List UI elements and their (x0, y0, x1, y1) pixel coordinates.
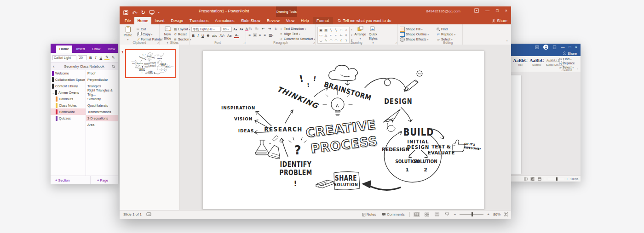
page-item[interactable]: Perpendicular (86, 76, 118, 83)
page-item[interactable]: Transformations (86, 108, 118, 115)
save-icon[interactable] (123, 10, 128, 15)
bold-button[interactable]: B (191, 34, 196, 38)
web-layout-button[interactable] (537, 177, 542, 181)
font-name-combo[interactable]: 等线 Light (He ▾ (191, 27, 221, 32)
tab-format[interactable]: Format (313, 17, 333, 24)
replace-button[interactable]: ⇄Replace▾ (437, 32, 455, 37)
page-item[interactable]: Quadrilaterals (86, 102, 118, 108)
dialog-launcher-icon[interactable]: ◿ (561, 68, 563, 71)
zoom-slider[interactable] (460, 214, 483, 215)
slide-indicator[interactable]: Slide 1 of 1 (123, 212, 142, 216)
back-button[interactable]: ‹ (53, 64, 54, 69)
slideshow-view-button[interactable] (444, 212, 450, 217)
zoom-slider-handle[interactable] (556, 177, 558, 181)
undo-button[interactable]: ↶▾ (132, 8, 138, 17)
slide-thumbnail[interactable]: THINKING ! ! ! BRAINSTORM DESIGN INSPIRA… (125, 49, 176, 78)
strikethrough-button[interactable]: abc (212, 34, 218, 37)
dialog-launcher-icon[interactable]: ◿ (395, 41, 397, 44)
justify-button[interactable]: ≡ (263, 33, 267, 37)
tab-transitions[interactable]: Transitions (186, 17, 212, 24)
font-size-combo[interactable]: 60 ▾ (222, 27, 232, 32)
avatar[interactable] (543, 45, 548, 50)
copy-button[interactable]: Copy▾ (136, 32, 163, 37)
italic-button[interactable]: I (197, 34, 200, 38)
decrease-indent-button[interactable]: ⇤ (261, 27, 265, 31)
shape-icon[interactable]: ▤ (323, 28, 328, 33)
close-button[interactable]: × (505, 8, 507, 13)
start-slideshow-icon[interactable] (149, 10, 155, 15)
zoom-slider[interactable] (548, 179, 564, 179)
section-item-collaboration-space[interactable]: Collaboration Space (51, 76, 86, 83)
reading-view-button[interactable] (434, 212, 440, 217)
shape-outline-button[interactable]: Shape Outline▾ (400, 32, 429, 37)
align-text-button[interactable]: ≡Align Text▾ (279, 31, 315, 36)
collapse-ribbon-button[interactable]: ⌃ (506, 40, 508, 44)
add-page-button[interactable]: + Page (91, 176, 108, 184)
collapse-ribbon-button[interactable]: ⌃ (576, 68, 579, 71)
dialog-launcher-icon[interactable]: ◿ (157, 41, 159, 44)
paste-button[interactable]: Paste▾ (121, 26, 135, 41)
toolbar-icon[interactable] (535, 45, 539, 49)
ribbon-display-options-icon[interactable] (474, 8, 479, 13)
dialog-launcher-icon[interactable]: ◿ (313, 41, 315, 44)
expand-chevron-icon[interactable]: ⌄ (52, 91, 54, 94)
print-layout-button[interactable] (530, 177, 535, 181)
shape-icon[interactable]: □ (339, 28, 344, 33)
zoom-in-button[interactable]: + (487, 212, 489, 216)
shape-icon[interactable]: △ (323, 33, 328, 38)
reset-button[interactable]: ↺Reset (173, 32, 191, 37)
section-item-quizzes[interactable]: Quizzes (51, 115, 86, 121)
tab-animations[interactable]: Animations (212, 17, 237, 24)
slide-sorter-view-button[interactable] (424, 212, 430, 217)
section-item-homework[interactable]: Homework (51, 108, 86, 115)
section-item-welcome[interactable]: Welcome (51, 70, 86, 76)
font-color-button[interactable]: A▾ (234, 33, 239, 38)
style-chip-title[interactable]: AaBbCTitle (512, 57, 528, 66)
zoom-out-button[interactable]: − (544, 177, 546, 181)
underline-button[interactable]: U (98, 56, 103, 60)
maximize-button[interactable]: □ (569, 45, 571, 49)
redo-button[interactable]: ↻ (141, 10, 145, 15)
maximize-button[interactable]: □ (496, 8, 498, 13)
share-button[interactable]: Share (492, 18, 507, 23)
font-name-select[interactable]: Calibri Light (52, 55, 76, 60)
normal-view-button[interactable] (414, 212, 420, 217)
pen-icon[interactable]: ✎ (111, 56, 116, 60)
customize-qat-button[interactable]: ▾ (158, 11, 160, 14)
shape-icon[interactable]: ╲ (328, 28, 334, 33)
comments-button[interactable]: Comments (381, 212, 406, 217)
text-direction-button[interactable]: ↕Text Direction▾ (279, 26, 315, 31)
dialog-launcher-icon[interactable]: ◿ (243, 41, 245, 44)
arrange-button[interactable]: Arrange▾ (353, 26, 367, 40)
shadow-button[interactable]: S (206, 34, 210, 38)
shape-icon[interactable]: ⌐ (328, 33, 334, 38)
tab-slide-show[interactable]: Slide Show (237, 17, 264, 24)
share-button[interactable]: Share (508, 51, 581, 56)
shape-icon[interactable]: ⇩ (344, 33, 349, 38)
ribbon-display-options-icon[interactable] (552, 45, 557, 49)
tell-me-box[interactable]: Tell me what you want to do (338, 18, 391, 24)
style-chip-subtitle[interactable]: AaBbCSubtitle (529, 57, 545, 66)
tab-file[interactable]: File (121, 17, 134, 24)
slide-canvas[interactable]: THINKING ! ! ! BRAINSTORM DESIGN INSPIRA… (126, 50, 174, 77)
cut-button[interactable]: ✂Cut (136, 27, 163, 32)
character-spacing-button[interactable]: AV▾ (219, 34, 225, 37)
highlighter-icon[interactable]: ✎ (104, 55, 109, 60)
increase-indent-button[interactable]: ⇥ (267, 27, 272, 31)
underline-button[interactable]: U (201, 34, 205, 38)
align-right-button[interactable]: ≡ (258, 33, 262, 37)
shape-icon[interactable]: ○ (344, 28, 349, 33)
search-icon[interactable] (112, 65, 115, 68)
onenote-tab-home[interactable]: Home (56, 45, 72, 53)
tab-review[interactable]: Review (264, 17, 283, 24)
zoom-in-button[interactable]: + (566, 177, 568, 181)
layout-button[interactable]: ▤Layout▾ (173, 27, 191, 32)
grow-font-button[interactable]: A▴ (233, 28, 238, 31)
onenote-tab-view[interactable]: View (104, 45, 118, 53)
tab-design[interactable]: Design (168, 17, 186, 24)
columns-button[interactable]: ▥▾ (268, 33, 274, 37)
close-button[interactable]: × (575, 45, 577, 49)
shape-icon[interactable]: ▣ (318, 28, 323, 33)
tab-insert[interactable]: Insert (151, 17, 167, 24)
find-button[interactable]: Find▾ (559, 57, 578, 61)
